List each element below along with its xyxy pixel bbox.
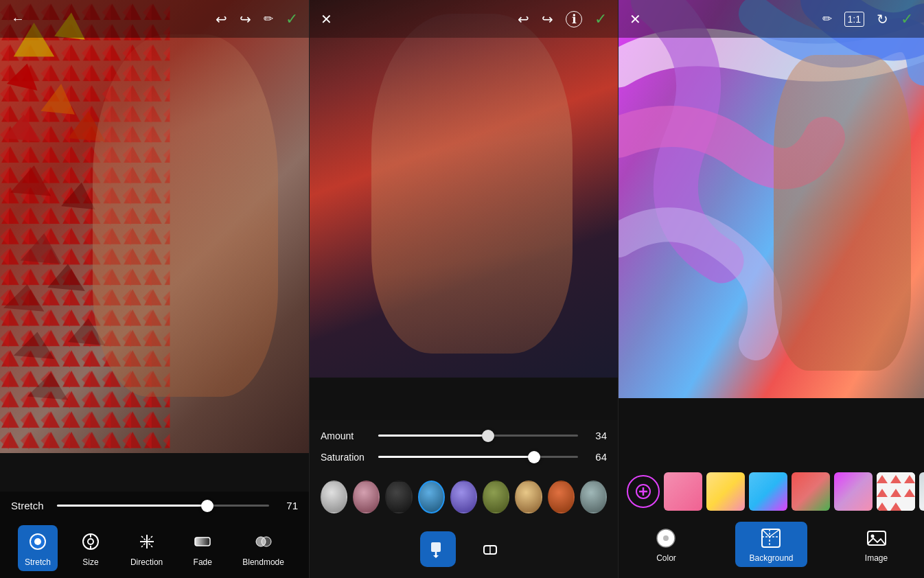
swatch-7[interactable] <box>515 481 542 513</box>
panel3-face-hint <box>774 55 911 371</box>
stretch-label: Stretch <box>11 500 49 511</box>
swatch-2[interactable] <box>353 481 380 513</box>
tool-size-label: Size <box>82 557 98 567</box>
tool-blendmode[interactable]: Blendmode <box>235 525 291 571</box>
svg-marker-11 <box>21 233 61 264</box>
panel2-info-icon[interactable]: ℹ <box>566 11 582 27</box>
paint-strokes <box>619 0 924 398</box>
panel-3: ✕ ✏ 1:1 ↻ ✓ <box>618 0 924 578</box>
swatch-6[interactable] <box>483 481 509 513</box>
panel3-refresh-icon[interactable]: ↻ <box>877 11 888 27</box>
swatch-4[interactable] <box>418 481 445 513</box>
stretch-value: 71 <box>277 500 298 511</box>
panel1-tools-row: Stretch Size <box>11 521 298 575</box>
tool-direction[interactable]: Direction <box>124 525 170 571</box>
tab-background[interactable]: Background <box>735 522 807 567</box>
swatch-9[interactable] <box>580 481 607 513</box>
tool-stretch[interactable]: Stretch <box>18 525 58 571</box>
svg-marker-9 <box>10 165 51 196</box>
tool-fade[interactable]: Fade <box>183 525 222 571</box>
svg-rect-62 <box>868 531 886 545</box>
fade-icon <box>190 529 215 554</box>
size-icon <box>78 529 103 554</box>
panel2-toolbar: ✕ ↩ ↪ ℹ ✓ <box>310 0 618 38</box>
color-tab-icon <box>654 526 678 551</box>
svg-marker-14 <box>14 332 54 359</box>
saturation-slider-row: Saturation 64 <box>321 451 607 463</box>
swatch-8[interactable] <box>548 481 575 513</box>
bg-swatch-5[interactable] <box>834 472 873 511</box>
panel2-photo <box>310 0 618 378</box>
tool-size[interactable]: Size <box>71 525 110 571</box>
swatch-3[interactable] <box>385 481 412 513</box>
panel2-image-area <box>310 0 618 378</box>
bg-swatch-2[interactable] <box>706 472 745 511</box>
panel1-photo <box>0 0 309 453</box>
svg-marker-4 <box>7 63 38 91</box>
back-icon[interactable]: ← <box>11 11 25 27</box>
amount-slider-track[interactable] <box>378 435 578 437</box>
svg-rect-31 <box>431 542 441 552</box>
bg-swatch-7[interactable] <box>919 472 924 511</box>
erase-icon[interactable]: ✏ <box>264 12 273 26</box>
panel3-photo <box>619 0 924 398</box>
panel2-undo-icon[interactable]: ↩ <box>518 11 529 27</box>
svg-marker-8 <box>68 111 105 142</box>
stretch-slider-row: Stretch 71 <box>11 500 298 511</box>
image-tab-icon <box>864 526 889 551</box>
svg-line-60 <box>762 529 770 537</box>
tool-direction-label: Direction <box>130 557 163 567</box>
bg-swatch-3[interactable] <box>749 472 787 511</box>
background-tab-icon <box>759 526 783 551</box>
background-tab-label: Background <box>749 553 793 563</box>
swatch-1[interactable] <box>321 481 347 513</box>
tool-stretch-label: Stretch <box>25 557 51 567</box>
bg-swatch-1[interactable] <box>664 472 702 511</box>
tab-image[interactable]: Image <box>851 522 903 567</box>
svg-marker-16 <box>27 373 68 400</box>
panel2-redo-icon[interactable]: ↪ <box>542 11 553 27</box>
brush-button[interactable] <box>420 531 456 567</box>
panel1-toolbar-icons: ↩ ↪ ✏ ✓ <box>216 10 298 28</box>
panel3-ratio-icon[interactable]: 1:1 <box>844 12 864 27</box>
panel3-erase-icon[interactable]: ✏ <box>822 12 832 26</box>
bg-swatch-6[interactable] <box>877 472 915 511</box>
panel2-confirm-icon[interactable]: ✓ <box>594 10 607 28</box>
redo-icon[interactable]: ↪ <box>240 11 251 27</box>
svg-marker-33 <box>433 555 439 558</box>
svg-marker-13 <box>47 264 84 291</box>
confirm-icon[interactable]: ✓ <box>286 10 298 28</box>
panel2-close-icon[interactable]: ✕ <box>321 11 332 27</box>
panel2-toolbar-icons: ↩ ↪ ℹ ✓ <box>518 10 607 28</box>
amount-slider-thumb[interactable] <box>482 430 494 442</box>
saturation-slider-track[interactable] <box>378 456 578 458</box>
direction-icon <box>135 529 159 554</box>
blendmode-icon <box>251 529 276 554</box>
bg-swatch-4[interactable] <box>792 472 830 511</box>
panel3-close-icon[interactable]: ✕ <box>630 11 641 27</box>
bottom-tabs-row: Color Background <box>619 515 924 571</box>
amount-value: 34 <box>586 430 607 441</box>
eraser-button[interactable] <box>472 531 508 567</box>
panel3-image-area <box>619 0 924 398</box>
color-tab-label: Color <box>656 553 676 563</box>
tool-blendmode-label: Blendmode <box>242 557 284 567</box>
panel3-toolbar-icons: ✏ 1:1 ↻ ✓ <box>822 10 913 28</box>
amount-slider-fill <box>378 435 488 437</box>
panel2-bottom-overlay: Amount 34 Saturation 64 <box>310 420 618 578</box>
brush-tools <box>321 522 607 578</box>
saturation-slider-thumb[interactable] <box>528 451 540 463</box>
stretch-slider-track[interactable] <box>57 505 269 507</box>
add-background-button[interactable] <box>627 475 660 508</box>
amount-slider-row: Amount 34 <box>321 430 607 441</box>
tool-fade-label: Fade <box>194 557 212 567</box>
saturation-label: Saturation <box>321 452 370 463</box>
swatch-5[interactable] <box>450 481 477 513</box>
panel3-confirm-icon[interactable]: ✓ <box>901 10 913 28</box>
triangle-overlay <box>0 0 170 453</box>
image-tab-label: Image <box>865 553 888 563</box>
tab-color[interactable]: Color <box>640 522 692 567</box>
stretch-slider-thumb[interactable] <box>201 500 213 512</box>
panel3-toolbar: ✕ ✏ 1:1 ↻ ✓ <box>619 0 924 38</box>
undo-icon[interactable]: ↩ <box>216 11 227 27</box>
